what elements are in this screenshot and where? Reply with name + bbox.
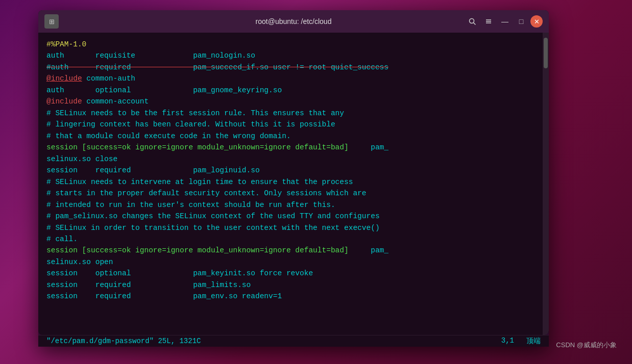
hamburger-icon [485, 18, 492, 25]
line-11: session required pam_loginuid.so [46, 165, 534, 176]
terminal-content: #%PAM-1.0 auth requisite pam_nologin.so … [38, 33, 543, 335]
terminal-body: #%PAM-1.0 auth requisite pam_nologin.so … [38, 33, 549, 335]
line-17: # call. [46, 233, 534, 245]
line-13: # starts in the proper default security … [46, 188, 534, 199]
title-bar: ⊞ root@ubuntu: /etc/cloud — [38, 10, 549, 33]
line-4: @include common-auth [46, 73, 534, 84]
search-icon [469, 18, 476, 25]
line-3: #auth required pam_succeed_if.so user !=… [46, 62, 534, 73]
line-20: session required pam_limits.so [46, 279, 534, 291]
status-position: 3,1 [501, 336, 514, 346]
line-18a: session [success=ok ignore=ignore module… [46, 245, 534, 256]
line-7: # SELinux needs to be the first session … [46, 108, 534, 119]
line-21: session required pam_env.so readenv=1 [46, 291, 534, 302]
minimize-icon: — [501, 17, 508, 25]
line-12: # SELinux needs to intervene at login ti… [46, 176, 534, 188]
pin-icon: ⊞ [49, 18, 55, 25]
line-9: # that a module could execute code in th… [46, 131, 534, 142]
line-18b: selinux.so open [46, 256, 534, 268]
csdn-watermark: CSDN @威威的小象 [556, 341, 617, 350]
status-top: 顶端 [526, 336, 541, 346]
window-title: root@ubuntu: /etc/cloud [256, 17, 332, 25]
terminal-window: ⊞ root@ubuntu: /etc/cloud — [38, 10, 549, 347]
line-16: # SELinux in order to transition to the … [46, 222, 534, 233]
search-button[interactable] [465, 14, 479, 29]
maximize-button[interactable]: □ [514, 14, 528, 29]
title-bar-right: — □ ✕ [465, 14, 543, 29]
line-8: # lingering context has been cleared. Wi… [46, 119, 534, 130]
line-2: auth requisite pam_nologin.so [46, 50, 534, 61]
close-button[interactable]: ✕ [530, 15, 543, 28]
close-icon: ✕ [534, 18, 540, 25]
line-5: auth optional pam_gnome_keyring.so [46, 85, 534, 96]
status-bar: "/etc/pam.d/gdm-password" 25L, 1321C 3,1… [38, 335, 549, 347]
svg-line-1 [474, 23, 476, 25]
line-14: # intended to run in the user's context … [46, 199, 534, 211]
status-bar-right: 3,1 顶端 [501, 336, 541, 346]
line-15: # pam_selinux.so changes the SELinux con… [46, 211, 534, 222]
line-10b: selinux.so close [46, 153, 534, 165]
pin-button[interactable]: ⊞ [44, 14, 59, 29]
scrollbar[interactable] [543, 33, 549, 335]
line-6: @include common-account [46, 96, 534, 107]
line-19: session optional pam_keyinit.so force re… [46, 268, 534, 279]
maximize-icon: □ [519, 17, 523, 25]
menu-button[interactable] [481, 14, 496, 29]
scrollbar-thumb[interactable] [544, 38, 548, 68]
line-1: #%PAM-1.0 [46, 39, 534, 50]
status-filename: "/etc/pam.d/gdm-password" 25L, 1321C [46, 337, 201, 345]
title-bar-left: ⊞ [44, 14, 59, 29]
minimize-button[interactable]: — [498, 14, 512, 29]
line-10a: session [success=ok ignore=ignore module… [46, 142, 534, 153]
